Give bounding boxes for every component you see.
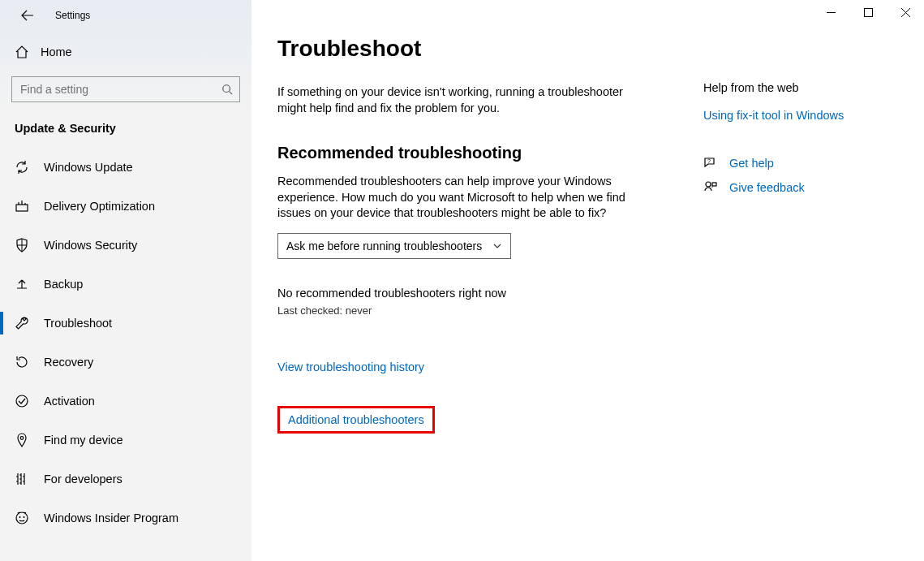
section-text: Recommended troubleshooters can help imp… [277, 174, 655, 222]
nav-label: Activation [44, 395, 95, 408]
svg-rect-11 [864, 8, 872, 16]
nav-item-backup[interactable]: Backup [0, 265, 251, 304]
svg-point-8 [19, 516, 21, 518]
shield-icon [15, 238, 29, 252]
back-arrow-icon [21, 9, 34, 22]
nav-label: Recovery [44, 356, 93, 369]
sync-icon [15, 160, 29, 175]
svg-point-15 [706, 182, 711, 187]
category-heading: Update & Security [0, 102, 251, 148]
search-wrap [0, 68, 251, 102]
status-text: No recommended troubleshooters right now [277, 287, 655, 300]
troubleshoot-preference-dropdown[interactable]: Ask me before running troubleshooters [277, 233, 511, 259]
close-icon [901, 8, 910, 17]
page-heading: Troubleshoot [277, 36, 655, 62]
nav-item-find-my-device[interactable]: Find my device [0, 421, 251, 460]
sidebar: Settings Home Update & Security Windows … [0, 0, 251, 561]
developer-icon [15, 472, 29, 486]
maximize-button[interactable] [849, 0, 887, 24]
nav-label: Find my device [44, 434, 123, 447]
svg-text:?: ? [707, 158, 711, 164]
svg-point-7 [16, 512, 28, 524]
window-controls [812, 0, 924, 24]
content: Troubleshoot If something on your device… [251, 0, 924, 434]
wrench-icon [15, 316, 29, 330]
search-icon [221, 84, 233, 95]
feedback-icon [703, 180, 718, 195]
app-title: Settings [55, 10, 90, 21]
status-sub-text: Last checked: never [277, 304, 655, 317]
backup-icon [15, 277, 29, 291]
nav-label: For developers [44, 473, 122, 485]
maximize-icon [864, 8, 873, 17]
minimize-button[interactable] [812, 0, 849, 24]
highlight-annotation: Additional troubleshooters [277, 406, 435, 434]
nav-item-for-developers[interactable]: For developers [0, 460, 251, 498]
intro-text: If something on your device isn't workin… [277, 84, 655, 116]
back-button[interactable] [15, 2, 41, 28]
nav-label: Windows Security [44, 239, 137, 252]
search-box[interactable] [11, 76, 240, 102]
give-feedback-link[interactable]: Give feedback [703, 180, 898, 195]
recovery-icon [15, 355, 29, 369]
nav-item-windows-insider[interactable]: Windows Insider Program [0, 498, 251, 537]
nav-item-recovery[interactable]: Recovery [0, 343, 251, 382]
svg-point-6 [20, 437, 24, 440]
svg-point-0 [223, 85, 230, 93]
chevron-down-icon [492, 241, 502, 251]
delivery-icon [15, 199, 29, 214]
get-help-label: Get help [729, 157, 774, 170]
give-feedback-label: Give feedback [729, 181, 805, 194]
titlebar-left: Settings [0, 0, 251, 31]
nav-item-delivery-optimization[interactable]: Delivery Optimization [0, 187, 251, 226]
nav-label: Delivery Optimization [44, 200, 155, 213]
help-web-link[interactable]: Using fix-it tool in Windows [703, 109, 844, 122]
section-heading: Recommended troubleshooting [277, 144, 655, 162]
nav-label: Backup [44, 278, 83, 291]
main-area: Troubleshoot If something on your device… [251, 0, 924, 561]
home-icon [15, 45, 29, 59]
check-circle-icon [15, 394, 29, 408]
search-input[interactable] [20, 83, 221, 96]
main-column: Troubleshoot If something on your device… [277, 36, 655, 434]
home-nav[interactable]: Home [0, 36, 251, 68]
svg-rect-2 [16, 205, 28, 211]
nav-list: Windows Update Delivery Optimization Win… [0, 148, 251, 537]
nav-label: Windows Insider Program [44, 511, 178, 524]
nav-label: Troubleshoot [44, 317, 112, 330]
svg-point-9 [24, 516, 25, 518]
svg-point-5 [16, 395, 28, 407]
nav-item-troubleshoot[interactable]: Troubleshoot [0, 304, 251, 343]
nav-label: Windows Update [44, 161, 133, 174]
svg-line-1 [230, 92, 233, 95]
get-help-link[interactable]: ? Get help [703, 156, 898, 170]
close-button[interactable] [887, 0, 924, 24]
dropdown-value: Ask me before running troubleshooters [286, 240, 482, 252]
insider-icon [15, 511, 29, 525]
nav-item-windows-update[interactable]: Windows Update [0, 148, 251, 187]
home-label: Home [41, 45, 72, 58]
help-heading: Help from the web [703, 81, 898, 94]
view-history-link[interactable]: View troubleshooting history [277, 360, 424, 373]
nav-item-windows-security[interactable]: Windows Security [0, 226, 251, 265]
nav-item-activation[interactable]: Activation [0, 382, 251, 421]
location-icon [15, 433, 29, 447]
aside-column: Help from the web Using fix-it tool in W… [703, 36, 898, 434]
chat-help-icon: ? [703, 156, 718, 170]
additional-troubleshooters-link[interactable]: Additional troubleshooters [288, 413, 424, 426]
svg-rect-16 [712, 183, 716, 186]
minimize-icon [827, 8, 836, 17]
